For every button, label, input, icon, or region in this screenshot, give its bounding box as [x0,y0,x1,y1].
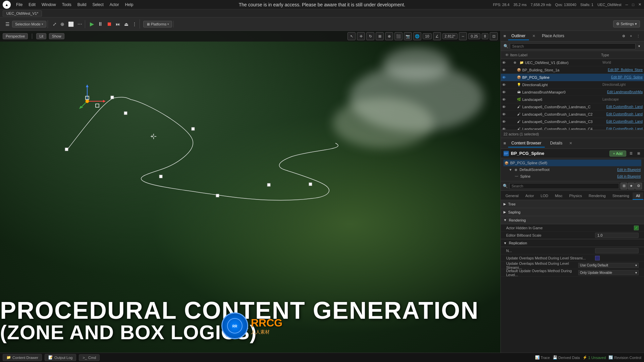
spline-edit[interactable]: Edit in Blueprint [617,175,641,178]
show-btn[interactable]: Show [49,33,64,39]
landscape-eye[interactable]: 👁 [502,98,509,102]
transform-arrows-btn[interactable]: ⤢ [51,20,58,28]
default-overlaps-value[interactable]: Only Update Movable ▾ [578,270,639,275]
actor-hidden-checkbox[interactable]: ✓ [634,226,639,230]
spline-eye[interactable]: 👁 [502,75,509,79]
outliner-item-lc4[interactable]: 👁 🖌 Landscape6_CustomBrush_Landmass_C4 E… [501,125,644,130]
details-list-view-btn[interactable]: ☰ [628,150,634,157]
scene-root-edit[interactable]: Edit in Blueprint [617,168,641,172]
landmass-item-type[interactable]: Edit LandmassBrushMa [607,90,643,94]
window-maximize[interactable]: □ [632,3,634,7]
overlaps-method-value[interactable]: Use Config Default ▾ [578,263,639,268]
dtab-actor[interactable]: Actor [522,192,537,200]
details-tab[interactable]: Details [547,139,566,147]
section-tree[interactable]: ▶ Tree [501,200,644,208]
dtab-streaming[interactable]: Streaming [609,192,633,200]
menu-actor[interactable]: Actor [107,2,122,8]
spline-item-type[interactable]: Edit BP_PCG_Spline [611,75,643,79]
window-minimize[interactable]: ─ [626,3,628,7]
details-grid-view-btn[interactable]: ⊞ [636,150,641,157]
outliner-item-pcg-spline[interactable]: 👁 📦 BP_PCG_Spline Edit BP_PCG_Spline [501,74,644,81]
details-view-grid[interactable]: ⊞ [621,183,627,189]
world-eye[interactable]: 👁 [502,61,509,65]
transform-tool-btn[interactable]: ⊕ [385,32,393,40]
outliner-close-x[interactable]: ✕ [532,34,535,38]
snap-surface-btn[interactable]: ⬛ [394,32,402,40]
outliner-item-store[interactable]: 👁 📦 BP_Building_Store_1a Edit BP_Buildin… [501,66,644,74]
dtab-lod[interactable]: LOD [537,192,552,200]
billboard-scale-input[interactable] [595,233,639,238]
tree-item-self[interactable]: 📦 BP_PCG_Spline (Self) [503,160,641,166]
outliner-options-btn[interactable]: ⋮ [635,33,641,39]
scale-tool-btn[interactable]: ⊞ [376,32,384,40]
outliner-item-world[interactable]: 👁 ⊕ 📁 UEC_OldWest_V1 (Editor) World [501,59,644,66]
pause-btn[interactable]: ⏸ [96,20,104,28]
lc3-eye[interactable]: 👁 [502,120,509,124]
viewport[interactable]: Perspective Lit Show ↖ ✛ ↻ ⊞ ⊕ ⬛ 📷 🌐 10 … [0,31,500,353]
outliner-tab[interactable]: Outliner [508,32,529,40]
selection-mode-btn[interactable]: Selection Mode ▾ [12,21,46,27]
content-browser-tab[interactable]: Content Browser [508,139,545,147]
dtab-general[interactable]: General [502,192,522,200]
camera-speed-btn[interactable]: 📷 [404,32,412,40]
overlaps-checkbox[interactable] [595,256,600,260]
play-options-btn[interactable]: ⋮ [131,20,138,28]
menu-window[interactable]: Window [39,2,59,8]
dtab-all[interactable]: All [633,192,643,200]
net-dormancy-input[interactable] [595,248,639,253]
lc-eye[interactable]: 👁 [502,105,509,109]
perspective-btn[interactable]: Perspective [3,33,28,39]
menu-edit[interactable]: Edit [26,2,38,8]
revision-control-btn[interactable]: 🔄 Revision Control [608,355,641,360]
lit-btn[interactable]: Lit [36,33,46,39]
transform-mode-btn[interactable]: ⊕ [59,20,66,28]
dirlight-eye[interactable]: 👁 [502,83,509,87]
store-eye[interactable]: 👁 [502,68,509,72]
platforms-btn[interactable]: 🖥 Platforms ▾ [143,21,172,27]
lc2-eye[interactable]: 👁 [502,112,509,116]
settings-btn[interactable]: ⚙ Settings ▾ [613,20,640,27]
outliner-item-landmass-mgr[interactable]: 👁 🏔 LandmassBrushManager0 Edit LandmassB… [501,88,644,96]
details-close-x[interactable]: ✕ [569,141,572,145]
play-btn[interactable]: ▶ [89,19,95,28]
unsaved-btn[interactable]: ⚡ 1 Unsaved [583,355,606,360]
rotate-tool-btn[interactable]: ↻ [366,32,374,40]
dtab-physics[interactable]: Physics [566,192,585,200]
snap-btn[interactable]: ⬜ [67,20,75,28]
stop-btn[interactable]: ⏹ [105,20,113,28]
trace-btn[interactable]: 📊 Trace [535,355,550,360]
output-log-btn[interactable]: 📝 Output Log [45,354,76,361]
derived-data-btn[interactable]: 💾 Derived Data [553,355,580,360]
details-add-btn[interactable]: + Add [609,150,626,157]
label-col-header[interactable]: Item Label [510,53,601,57]
lc-item-type[interactable]: Edit CustomBrush_Land [606,105,643,109]
section-sapling[interactable]: ▶ Sapling [501,208,644,216]
tree-item-scene-root[interactable]: ▼ ⊕ DefaultSceneRoot Edit in Blueprint [503,166,641,173]
menu-help[interactable]: Help [122,2,136,8]
menu-build[interactable]: Build [75,2,89,8]
outliner-item-landscape[interactable]: 👁 🌿 Landscape6 Landscape [501,96,644,103]
menu-file[interactable]: File [13,2,25,8]
maximize-viewport-btn[interactable]: ⊡ [490,32,498,40]
lc4-eye[interactable]: 👁 [502,127,509,130]
store-item-type[interactable]: Edit BP_Building_Store [608,68,643,72]
outliner-item-dirlight[interactable]: 👁 💡 DirectionalLight DirectionalLight [501,81,644,88]
outliner-menu-btn[interactable]: ≡ [503,34,506,39]
eject-btn[interactable]: ⏏ [123,20,130,28]
dtab-rendering[interactable]: Rendering [585,192,609,200]
outliner-search-options[interactable]: ▾ [637,43,641,49]
menu-tools[interactable]: Tools [59,2,74,8]
place-actors-tab[interactable]: Place Actors [539,32,568,40]
world-space-btn[interactable]: 🌐 [413,32,421,40]
window-close[interactable]: ✕ [638,2,641,7]
project-tab[interactable]: UEC_OldWest_V1* [3,10,42,16]
select-tool-btn[interactable]: ↖ [347,32,356,40]
section-rendering[interactable]: ▼ Rendering [501,216,644,224]
dtab-misc[interactable]: Misc [551,192,566,200]
details-view-star[interactable]: ★ [628,183,635,189]
cmd-btn[interactable]: >_ Cmd [79,354,100,361]
outliner-item-lc3[interactable]: 👁 🖌 Landscape6_CustomBrush_Landmass_C3 E… [501,118,644,125]
scale-btn[interactable]: ↔ [459,32,467,40]
landmass-eye[interactable]: 👁 [502,90,509,94]
content-drawer-btn[interactable]: 📁 Content Drawer [3,354,42,361]
